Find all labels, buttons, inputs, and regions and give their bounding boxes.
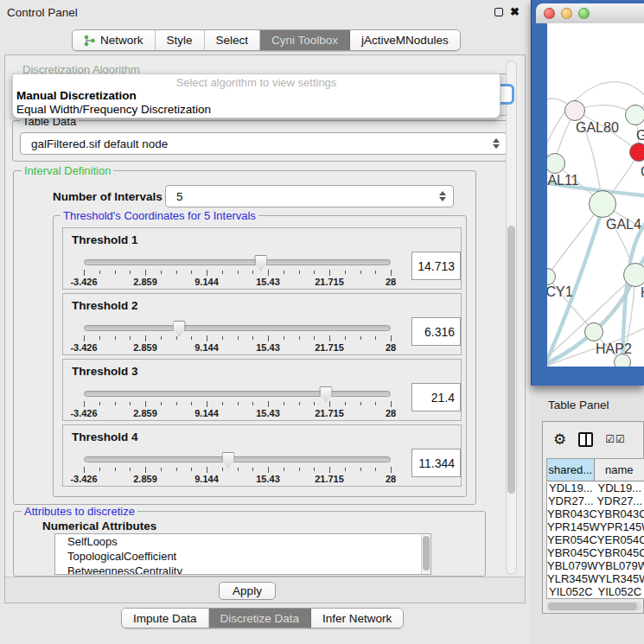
tab-cyni-toolbox[interactable]: Cyni Toolbox — [260, 30, 350, 50]
table-panel-body: ⚙ ☑☑ shared... name YDL19...YDL19...YDR2… — [542, 421, 644, 614]
ruler-tick — [391, 401, 392, 407]
ruler-tick — [268, 401, 269, 407]
table-row[interactable]: YPR145WYPR145W — [547, 520, 644, 533]
slider-ruler — [84, 269, 391, 277]
scale-label: 21.715 — [315, 474, 344, 484]
ruler-tick — [391, 467, 392, 473]
minimize-traffic-light-icon[interactable] — [561, 8, 572, 19]
table-row[interactable]: YBR045CYBR045C — [547, 546, 644, 559]
content-vertical-scrollbar-thumb[interactable] — [507, 226, 515, 494]
ruler-tick — [176, 402, 177, 405]
attribute-item[interactable]: TopologicalCoefficient — [55, 549, 430, 564]
attributes-scrollbar[interactable] — [421, 535, 430, 575]
ruler-tick — [191, 336, 192, 340]
network-node-HAP2[interactable] — [584, 322, 603, 341]
ruler-tick — [252, 468, 253, 471]
tab-label: Cyni Toolbox — [271, 34, 338, 47]
table-horizontal-scrollbar-thumb[interactable] — [548, 603, 637, 610]
network-node-H[interactable] — [623, 263, 644, 287]
threshold-slider[interactable] — [84, 391, 391, 397]
float-window-icon[interactable] — [494, 8, 503, 16]
numerical-attributes-list[interactable]: SelfLoopsTopologicalCoefficientBetweenne… — [54, 533, 431, 575]
network-view-window: GAL80G.CGAL11GAL4GCY1HHAP2 — [531, 0, 644, 386]
network-node-GAL4[interactable] — [589, 190, 616, 218]
apply-bar: Apply — [5, 577, 525, 603]
tab-impute-data[interactable]: Impute Data — [122, 609, 209, 628]
tab-jactivemnodules[interactable]: jActiveMNodules — [350, 30, 460, 50]
tab-discretize-data[interactable]: Discretize Data — [209, 609, 312, 628]
scale-label: 2.859 — [133, 408, 157, 418]
attributes-title: Attributes to discretize — [22, 505, 137, 518]
tab-select[interactable]: Select — [205, 30, 261, 50]
scale-label: -3.426 — [70, 474, 97, 484]
tab-network[interactable]: Network — [73, 30, 156, 50]
ruler-tick — [391, 335, 392, 341]
network-tab-icon — [84, 35, 96, 47]
table-data-combobox[interactable]: galFiltered.sif default node — [20, 132, 507, 155]
table-horizontal-scrollbar[interactable] — [546, 602, 641, 611]
ruler-tick — [84, 270, 85, 276]
zoom-traffic-light-icon[interactable] — [578, 8, 590, 19]
ruler-tick — [238, 468, 239, 471]
threshold-value-field[interactable]: 14.713 — [411, 252, 461, 280]
close-icon[interactable]: ✖ — [510, 8, 520, 16]
content-vertical-scrollbar[interactable] — [506, 61, 517, 575]
apply-button[interactable]: Apply — [219, 582, 276, 600]
ruler-tick — [176, 336, 177, 340]
node-table[interactable]: shared... name YDL19...YDL19...YDR27...Y… — [546, 458, 644, 599]
ruler-tick — [299, 468, 300, 471]
table-row[interactable]: YDR27...YDR27... — [547, 494, 644, 507]
network-node[interactable] — [614, 354, 631, 367]
attributes-scrollbar-thumb[interactable] — [423, 536, 430, 571]
algorithm-option-equal-width[interactable]: Equal Width/Frequency Discretization — [13, 103, 500, 117]
attribute-item[interactable]: BetweennessCentrality — [55, 564, 430, 575]
ruler-tick — [238, 271, 239, 274]
column-header-name[interactable]: name — [595, 459, 644, 481]
algorithm-option-manual[interactable]: Manual Discretization — [13, 89, 500, 103]
columns-icon[interactable] — [578, 432, 593, 447]
network-canvas[interactable]: GAL80G.CGAL11GAL4GCY1HHAP2 — [547, 23, 644, 367]
cell-shared-name: YPR145W — [547, 520, 600, 533]
scale-label: 2.859 — [133, 474, 157, 484]
gear-icon[interactable]: ⚙ — [553, 430, 566, 449]
threshold-value-field[interactable]: 21.4 — [411, 383, 461, 411]
ruler-tick — [84, 467, 85, 473]
number-of-intervals-combobox[interactable]: 5 — [165, 185, 454, 207]
tab-style[interactable]: Style — [156, 30, 205, 50]
tab-infer-network[interactable]: Infer Network — [311, 609, 403, 628]
table-row[interactable]: YLR345WYLR345W — [547, 572, 644, 585]
network-window-titlebar[interactable] — [536, 3, 644, 23]
attribute-item[interactable]: SelfLoops — [55, 534, 430, 549]
panel-title: Control Panel — [7, 6, 78, 19]
select-columns-icon[interactable]: ☑☑ — [605, 433, 626, 445]
close-traffic-light-icon[interactable] — [544, 8, 555, 19]
slider-scale: -3.4262.8599.14415.4321.71528 — [84, 474, 391, 484]
ruler-tick — [161, 271, 162, 274]
table-row[interactable]: YBR043CYBR043C — [547, 507, 644, 520]
screen: Control Panel ✖ NetworkStyleSelectCyni T… — [0, 0, 644, 644]
threshold-slider[interactable] — [84, 259, 391, 265]
network-node-C[interactable] — [629, 143, 644, 162]
network-node-GAL80[interactable] — [564, 100, 585, 121]
ruler-tick — [191, 468, 192, 471]
threshold-slider[interactable] — [84, 325, 391, 331]
table-row[interactable]: YIL052CYIL052C — [547, 585, 644, 598]
cell-shared-name: YDR27... — [547, 494, 595, 507]
bottom-tab-bar: Impute DataDiscretize DataInfer Network — [121, 608, 404, 628]
table-row[interactable]: YDL19...YDL19... — [547, 481, 644, 494]
scale-label: 15.43 — [256, 342, 280, 353]
table-row[interactable]: YER054CYER054C — [547, 533, 644, 546]
scale-label: 28 — [386, 342, 396, 353]
ruler-tick — [375, 271, 376, 274]
column-header-shared-name[interactable]: shared... — [547, 459, 595, 481]
ruler-tick — [252, 336, 253, 340]
table-row[interactable]: YBL079WYBL079W — [547, 559, 644, 572]
attribute-items: SelfLoopsTopologicalCoefficientBetweenne… — [55, 534, 430, 575]
network-node-G[interactable] — [625, 105, 644, 125]
threshold-value-field[interactable]: 11.344 — [411, 449, 461, 477]
ruler-tick — [161, 402, 162, 405]
threshold-value-field[interactable]: 6.316 — [411, 317, 461, 346]
scale-label: 21.715 — [315, 408, 344, 418]
threshold-slider[interactable] — [84, 456, 391, 462]
ruler-tick — [222, 336, 223, 340]
